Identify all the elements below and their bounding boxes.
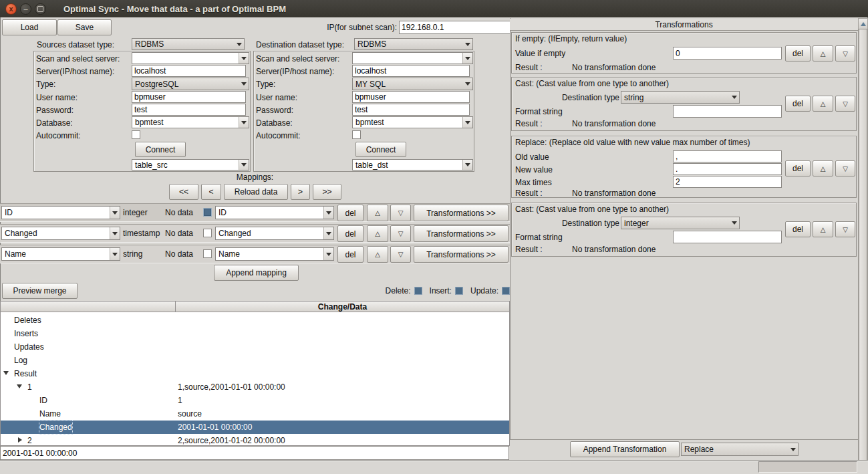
source-table-select[interactable]: table_src [132, 159, 249, 170]
reload-data-button[interactable]: Reload data [224, 184, 288, 200]
mapping-up-button[interactable]: △ [367, 246, 388, 263]
tree-row[interactable]: 2 2,source,2001-01-02 00:00:00 [1, 434, 509, 446]
transformations-button[interactable]: Transformations >> [414, 246, 509, 263]
format-string-input[interactable] [673, 105, 782, 118]
destination-table-select[interactable]: table_dst [352, 159, 473, 170]
no-data-checkbox[interactable] [203, 229, 212, 237]
mapping-row[interactable]: Changed timestamp No data Changed del △ … [0, 224, 510, 243]
vertical-scrollbar[interactable] [858, 18, 868, 472]
transformation-up-button[interactable]: △ [813, 96, 833, 112]
mapping-down-button[interactable]: ▽ [390, 225, 411, 242]
source-autocommit-checkbox[interactable] [132, 130, 140, 139]
mapping-up-button[interactable]: △ [367, 205, 388, 221]
mapping-dest-select[interactable]: ID [215, 206, 334, 219]
mapping-up-button[interactable]: △ [367, 225, 388, 242]
transformation-down-button[interactable]: ▽ [835, 221, 855, 237]
ip-input[interactable] [399, 21, 511, 34]
destination-database-select[interactable]: bpmtest [352, 116, 473, 128]
mapping-row[interactable]: Name string No data Name del △ ▽ Transfo… [0, 245, 510, 263]
transformation-del-button[interactable]: del [785, 160, 811, 176]
destination-user-input[interactable] [352, 91, 470, 103]
source-connect-button[interactable]: Connect [135, 142, 186, 157]
scrollbar-thumb[interactable] [859, 29, 867, 462]
destination-scan-select[interactable] [352, 52, 473, 64]
transformation-up-button[interactable]: △ [813, 221, 833, 237]
tree-row[interactable]: Inserts [1, 327, 509, 340]
destination-autocommit-checkbox[interactable] [352, 130, 361, 139]
transformations-button[interactable]: Transformations >> [414, 225, 509, 242]
destination-type-select[interactable]: integer [621, 217, 740, 229]
source-scan-select[interactable] [132, 52, 249, 64]
no-data-checkbox[interactable] [203, 208, 212, 217]
destination-password-input[interactable] [352, 104, 470, 116]
load-button[interactable]: Load [2, 19, 57, 35]
tree-column-header-changedata[interactable]: Change/Data [175, 301, 510, 312]
mapping-dest-select[interactable]: Name [215, 247, 334, 261]
destination-type-select[interactable]: MY SQL [352, 78, 473, 90]
close-icon[interactable]: x [5, 3, 17, 15]
source-type-select[interactable]: PostgreSQL [132, 78, 249, 90]
source-password-input[interactable] [132, 104, 246, 116]
expander-open-icon[interactable] [3, 371, 9, 375]
source-server-input[interactable] [132, 65, 246, 77]
maximize-icon[interactable] [35, 3, 46, 15]
mapping-source-select[interactable]: Name [1, 247, 120, 261]
old-value-input[interactable] [673, 150, 782, 162]
source-database-select[interactable]: bpmtest [132, 116, 249, 128]
transformation-up-button[interactable]: △ [813, 45, 833, 62]
mapping-del-button[interactable]: del [337, 225, 364, 242]
nav-prev-button[interactable]: < [201, 184, 221, 200]
expander-open-icon[interactable] [17, 384, 22, 388]
destination-server-input[interactable] [352, 65, 470, 77]
mapping-source-select[interactable]: Changed [1, 227, 120, 240]
transformation-down-button[interactable]: ▽ [835, 160, 855, 176]
transformation-del-button[interactable]: del [785, 96, 811, 112]
nav-first-button[interactable]: << [169, 184, 198, 200]
mapping-dest-select[interactable]: Changed [215, 227, 334, 240]
destination-type-select[interactable]: string [621, 91, 740, 104]
result-tree[interactable]: Deletes Inserts Updates Log Result 1 1,s… [0, 312, 510, 446]
source-dataset-type-select[interactable]: RDBMS [132, 38, 245, 50]
append-transformation-button[interactable]: Append Transformation [570, 441, 680, 457]
mapping-source-select[interactable]: ID [1, 206, 120, 219]
no-data-checkbox[interactable] [203, 249, 212, 258]
preview-merge-button[interactable]: Preview merge [2, 283, 78, 299]
append-mapping-button[interactable]: Append mapping [214, 265, 299, 281]
tree-row-selected[interactable]: Changed 2001-01-01 00:00:00 [1, 421, 509, 434]
tree-row[interactable]: Result [1, 367, 509, 380]
tree-row[interactable]: ID 1 [1, 394, 509, 407]
transformation-type-select[interactable]: Replace [681, 443, 799, 456]
transformation-down-button[interactable]: ▽ [835, 45, 855, 62]
transformation-up-button[interactable]: △ [813, 160, 833, 176]
minimize-icon[interactable]: – [20, 3, 31, 15]
max-times-input[interactable] [673, 176, 782, 188]
tree-row[interactable]: Deletes [1, 314, 509, 327]
selected-value-field[interactable] [0, 446, 509, 460]
save-button[interactable]: Save [57, 19, 112, 35]
tree-row[interactable]: Name source [1, 407, 509, 421]
scroll-up-icon[interactable] [859, 19, 867, 29]
tree-row[interactable]: Log [1, 354, 509, 367]
transformation-del-button[interactable]: del [785, 221, 811, 237]
tree-row[interactable]: Updates [1, 340, 509, 354]
mapping-down-button[interactable]: ▽ [390, 205, 411, 221]
transformation-down-button[interactable]: ▽ [835, 96, 855, 112]
mapping-del-button[interactable]: del [337, 246, 364, 263]
nav-last-button[interactable]: >> [313, 184, 341, 200]
destination-dataset-type-select[interactable]: RDBMS [354, 38, 473, 50]
mapping-down-button[interactable]: ▽ [390, 246, 411, 263]
source-user-input[interactable] [132, 91, 246, 103]
transformation-del-button[interactable]: del [785, 45, 811, 62]
tree-row[interactable]: 1 1,source,2001-01-01 00:00:00 [1, 380, 509, 394]
transformations-button[interactable]: Transformations >> [414, 205, 509, 221]
expander-closed-icon[interactable] [18, 437, 22, 443]
new-value-input[interactable] [673, 163, 782, 175]
value-if-empty-input[interactable] [673, 47, 782, 60]
mapping-row[interactable]: ID integer No data ID del △ ▽ Transforma… [0, 203, 510, 222]
format-string-input[interactable] [673, 231, 782, 243]
destination-connect-button[interactable]: Connect [355, 142, 406, 157]
nav-next-button[interactable]: > [291, 184, 310, 200]
mapping-del-button[interactable]: del [337, 205, 364, 221]
legend-insert-label: Insert: [430, 286, 452, 295]
tree-column-header-name[interactable] [0, 301, 176, 312]
